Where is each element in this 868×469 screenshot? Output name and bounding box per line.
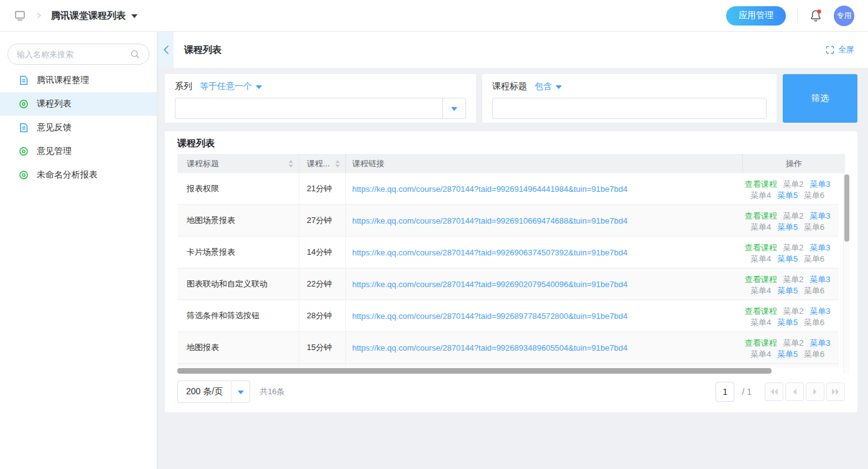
sidebar-search xyxy=(7,44,149,65)
action-menu-2[interactable]: 菜单2 xyxy=(783,306,803,316)
sidebar-item-label: 课程列表 xyxy=(37,98,72,110)
course-link[interactable]: https://ke.qq.com/course/2870144?taid=99… xyxy=(352,184,627,194)
cell-actions: 查看课程 菜单2 菜单3 菜单4 菜单5 菜单6 xyxy=(736,333,839,362)
action-menu-4[interactable]: 菜单4 xyxy=(750,349,771,359)
next-page-button[interactable] xyxy=(806,382,824,401)
action-menu-4[interactable]: 菜单4 xyxy=(750,222,771,232)
table-row: 筛选条件和筛选按钮28分钟https://ke.qq.com/course/28… xyxy=(177,300,839,332)
column-header-actions: 操作 xyxy=(742,154,845,173)
action-menu-4[interactable]: 菜单4 xyxy=(750,191,771,200)
column-header-course-duration[interactable]: 课程... xyxy=(299,154,345,173)
course-link[interactable]: https://ke.qq.com/course/2870144?taid=99… xyxy=(352,248,627,257)
series-operator-dropdown[interactable]: 等于任意一个 xyxy=(200,81,262,92)
action-menu-6[interactable]: 菜单6 xyxy=(804,254,824,263)
action-menu-3[interactable]: 菜单3 xyxy=(810,243,830,252)
table-header-row: 课程标题 课程... 课程链接 xyxy=(177,154,845,173)
action-menu-4[interactable]: 菜单4 xyxy=(750,286,771,295)
table-row: 报表权限21分钟https://ke.qq.com/course/2870144… xyxy=(177,173,839,205)
cell-actions: 查看课程 菜单2 菜单3 菜单4 菜单5 菜单6 xyxy=(736,237,839,267)
sidebar-item-2[interactable]: 课程列表 xyxy=(0,92,157,116)
page-total-label: / 1 xyxy=(742,387,752,397)
table-row: 卡片场景报表14分钟https://ke.qq.com/course/28701… xyxy=(177,237,839,268)
action-menu-5[interactable]: 菜单5 xyxy=(777,222,798,232)
search-input[interactable] xyxy=(17,50,130,59)
action-menu-6[interactable]: 菜单6 xyxy=(804,222,824,232)
page-number-input[interactable] xyxy=(716,382,734,402)
sidebar-item-1[interactable]: 腾讯课程整理 xyxy=(0,69,157,92)
column-header-course-title[interactable]: 课程标题 xyxy=(177,154,299,173)
series-select[interactable] xyxy=(175,98,466,119)
last-page-button[interactable] xyxy=(826,382,845,401)
target-icon xyxy=(19,170,29,180)
course-link[interactable]: https://ke.qq.com/course/2870144?taid=99… xyxy=(352,311,627,321)
monitor-icon[interactable] xyxy=(14,9,26,22)
sidebar-item-5[interactable]: 未命名分析报表 xyxy=(0,163,157,187)
sidebar-item-4[interactable]: 意见管理 xyxy=(0,140,157,163)
select-caret-button[interactable] xyxy=(442,98,465,118)
cell-course-title: 地图报表 xyxy=(177,332,299,363)
sidebar-item-3[interactable]: 意见反馈 xyxy=(0,116,157,140)
action-view-course[interactable]: 查看课程 xyxy=(745,179,777,189)
series-filter-label: 系列 xyxy=(175,81,192,92)
action-view-course[interactable]: 查看课程 xyxy=(745,243,777,252)
title-filter-input[interactable] xyxy=(492,98,767,119)
action-menu-6[interactable]: 菜单6 xyxy=(804,191,824,200)
notification-bell-icon[interactable] xyxy=(809,9,823,22)
cell-course-duration: 22分钟 xyxy=(299,268,345,300)
cell-course-duration: 21分钟 xyxy=(299,173,345,204)
action-menu-2[interactable]: 菜单2 xyxy=(783,338,803,348)
action-view-course[interactable]: 查看课程 xyxy=(745,211,777,220)
course-link[interactable]: https://ke.qq.com/course/2870144?taid=99… xyxy=(352,280,627,289)
prev-page-button[interactable] xyxy=(785,382,804,401)
app-manage-button[interactable]: 应用管理 xyxy=(726,6,786,26)
avatar[interactable]: 专用 xyxy=(834,6,854,26)
filter-submit-button[interactable]: 筛选 xyxy=(783,74,857,123)
page-size-select[interactable]: 200 条/页 xyxy=(177,381,250,403)
page-size-caret-button[interactable] xyxy=(231,381,250,402)
action-menu-3[interactable]: 菜单3 xyxy=(810,275,830,284)
title-filter-label: 课程标题 xyxy=(492,81,527,92)
action-view-course[interactable]: 查看课程 xyxy=(745,338,777,348)
cell-course-duration: 28分钟 xyxy=(299,300,345,331)
main-panel: 课程列表 全屏 系列 等于任意一个 xyxy=(158,32,868,469)
action-menu-3[interactable]: 菜单3 xyxy=(810,306,830,316)
action-menu-4[interactable]: 菜单4 xyxy=(750,318,771,327)
action-view-course[interactable]: 查看课程 xyxy=(745,306,777,316)
action-menu-6[interactable]: 菜单6 xyxy=(804,318,824,327)
action-view-course[interactable]: 查看课程 xyxy=(745,275,777,284)
column-header-course-link: 课程链接 xyxy=(345,154,742,173)
table-row: 图表联动和自定义联动22分钟https://ke.qq.com/course/2… xyxy=(177,268,839,300)
action-menu-3[interactable]: 菜单3 xyxy=(810,211,830,220)
course-link[interactable]: https://ke.qq.com/course/2870144?taid=99… xyxy=(352,343,627,353)
action-menu-5[interactable]: 菜单5 xyxy=(777,349,798,359)
sidebar-item-label: 意见反馈 xyxy=(37,122,72,133)
search-icon xyxy=(130,49,140,59)
action-menu-2[interactable]: 菜单2 xyxy=(783,275,803,284)
back-button[interactable] xyxy=(158,32,174,68)
title-operator-dropdown[interactable]: 包含 xyxy=(534,81,562,92)
action-menu-6[interactable]: 菜单6 xyxy=(804,349,824,359)
action-menu-5[interactable]: 菜单5 xyxy=(777,286,798,295)
action-menu-2[interactable]: 菜单2 xyxy=(783,243,803,252)
doc-icon xyxy=(19,123,29,133)
action-menu-2[interactable]: 菜单2 xyxy=(783,179,803,189)
fullscreen-button[interactable]: 全屏 xyxy=(826,44,854,55)
cell-course-title: 卡片场景报表 xyxy=(177,237,299,268)
horizontal-scrollbar-thumb[interactable] xyxy=(177,368,772,374)
caret-down-icon xyxy=(238,391,244,394)
action-menu-3[interactable]: 菜单3 xyxy=(810,338,830,348)
breadcrumb-app-switcher[interactable]: 腾讯课堂课程列表 xyxy=(51,10,138,22)
action-menu-6[interactable]: 菜单6 xyxy=(804,286,824,295)
action-menu-5[interactable]: 菜单5 xyxy=(777,254,798,263)
course-link[interactable]: https://ke.qq.com/course/2870144?taid=99… xyxy=(352,216,627,225)
action-menu-5[interactable]: 菜单5 xyxy=(777,191,798,200)
action-menu-4[interactable]: 菜单4 xyxy=(750,254,771,263)
action-menu-3[interactable]: 菜单3 xyxy=(810,179,830,189)
cell-actions: 查看课程 菜单2 菜单3 菜单4 菜单5 菜单6 xyxy=(736,269,839,299)
fullscreen-label: 全屏 xyxy=(838,44,854,55)
vertical-scrollbar-thumb[interactable] xyxy=(844,174,849,242)
first-page-button[interactable] xyxy=(765,382,783,401)
action-menu-5[interactable]: 菜单5 xyxy=(777,318,798,327)
caret-down-icon xyxy=(451,107,457,111)
action-menu-2[interactable]: 菜单2 xyxy=(783,211,803,220)
